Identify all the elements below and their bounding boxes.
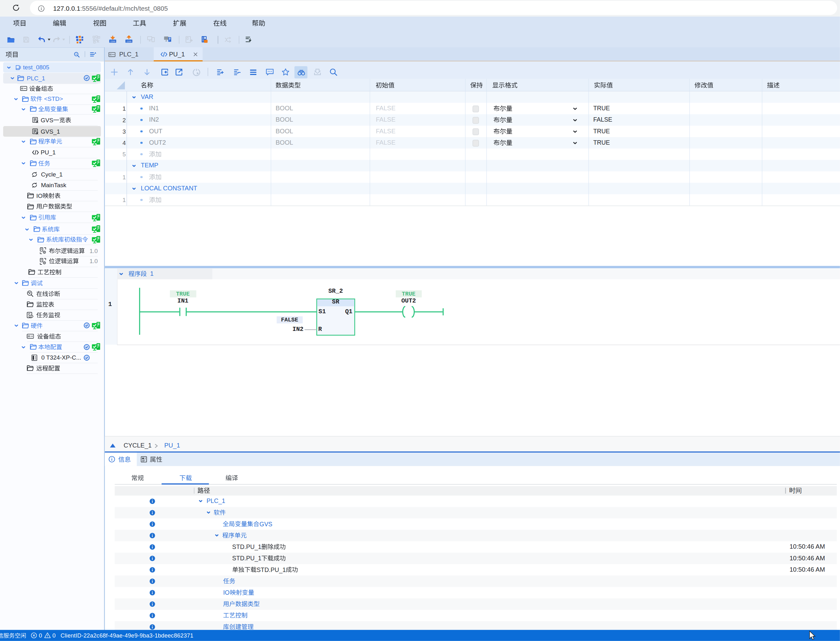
svg-text:IIOO: IIOO [110,41,115,43]
svg-text:IIOO: IIOO [126,41,132,43]
